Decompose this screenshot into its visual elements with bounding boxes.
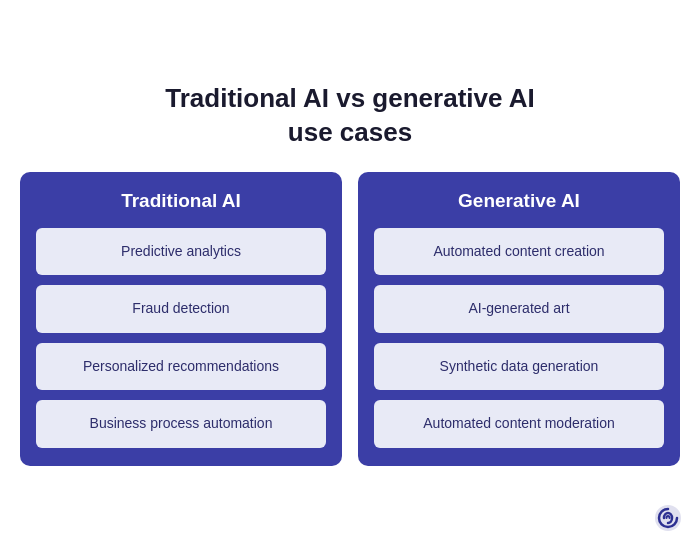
- traditional-item-4: Business process automation: [36, 400, 326, 448]
- generative-item-4: Automated content moderation: [374, 400, 664, 448]
- generative-item-2: AI-generated art: [374, 285, 664, 333]
- generative-ai-header: Generative AI: [374, 190, 664, 212]
- logo-area: [654, 504, 682, 536]
- brand-logo-icon: [654, 504, 682, 532]
- traditional-item-3: Personalized recommendations: [36, 343, 326, 391]
- generative-ai-column: Generative AI Automated content creation…: [358, 172, 680, 466]
- traditional-ai-column: Traditional AI Predictive analytics Frau…: [20, 172, 342, 466]
- generative-item-1: Automated content creation: [374, 228, 664, 276]
- traditional-item-2: Fraud detection: [36, 285, 326, 333]
- columns-wrapper: Traditional AI Predictive analytics Frau…: [20, 172, 680, 466]
- traditional-item-1: Predictive analytics: [36, 228, 326, 276]
- traditional-ai-header: Traditional AI: [36, 190, 326, 212]
- page-title: Traditional AI vs generative AI use case…: [165, 82, 534, 150]
- generative-item-3: Synthetic data generation: [374, 343, 664, 391]
